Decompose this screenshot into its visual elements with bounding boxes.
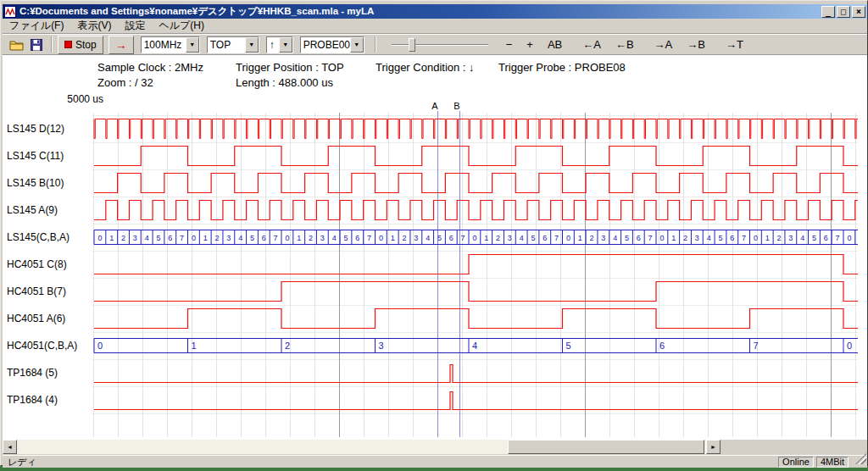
time-scale-label: 5000 us (49, 93, 103, 105)
menu-item-2[interactable]: 表示(V) (70, 18, 118, 34)
trigger-edge-select[interactable]: ↑ ▼ (266, 36, 293, 53)
goto-b-back-button[interactable]: ←B (609, 36, 640, 54)
stop-label: Stop (75, 39, 97, 51)
scroll-left-button[interactable]: ◄ (3, 440, 17, 454)
menu-item-4[interactable]: ヘルプ(H) (152, 18, 211, 34)
zoom-info: Zoom : / 32 (97, 76, 153, 89)
window-title: C:¥Documents and Settings¥noname¥デスクトップ¥… (19, 5, 820, 18)
sample-clock-info: Sample Clock : 2MHz (97, 61, 203, 74)
chevron-down-icon[interactable]: ▼ (245, 37, 259, 53)
scroll-right-button[interactable]: ► (706, 440, 721, 454)
length-info: Length : 488.000 us (236, 76, 333, 89)
trigger-position-select[interactable]: TOP ▼ (207, 36, 259, 53)
memory-status-badge: 4MBit (816, 457, 849, 468)
trigger-probe-info: Trigger Probe : PROBE08 (498, 61, 626, 74)
chevron-down-icon[interactable]: ▼ (350, 37, 364, 53)
waveform-client-area (3, 55, 867, 440)
status-bar: レディ Online 4MBit (3, 455, 867, 468)
trigger-probe-select[interactable]: PROBE00 ▼ (300, 36, 364, 53)
toolbar-separator (51, 36, 53, 53)
toolbar: Stop → 100MHz ▼ TOP ▼ ↑ ▼ PROBE00 ▼ − + … (3, 34, 867, 55)
sample-clock-value: 100MHz (142, 39, 186, 51)
run-arrow-icon: → (115, 39, 127, 51)
save-button[interactable] (26, 36, 46, 54)
scrollbar-thumb[interactable] (508, 440, 704, 454)
trigger-probe-value: PROBE00 (301, 39, 350, 51)
menu-item-3[interactable]: 設定 (118, 18, 152, 34)
run-button[interactable]: → (108, 36, 134, 54)
menu-bar: ファイル(F)表示(V)設定ヘルプ(H) (3, 19, 867, 34)
maximize-button[interactable]: □ (837, 6, 850, 18)
chevron-down-icon[interactable]: ▼ (186, 37, 199, 53)
trigger-position-value: TOP (208, 39, 245, 51)
menu-item-1[interactable]: ファイル(F) (3, 18, 70, 34)
slider-thumb[interactable] (409, 38, 415, 52)
zoom-out-button[interactable]: − (500, 36, 519, 54)
ab-cursor-button[interactable]: AB (542, 36, 568, 54)
status-text: レディ (8, 456, 36, 468)
horizontal-scrollbar[interactable]: ◄ ► (3, 440, 721, 454)
zoom-in-button[interactable]: + (520, 36, 539, 54)
trigger-edge-value: ↑ (267, 39, 279, 51)
chevron-down-icon[interactable]: ▼ (279, 37, 292, 53)
zoom-slider[interactable] (390, 36, 490, 53)
open-folder-icon (9, 39, 24, 51)
save-floppy-icon (31, 39, 42, 51)
goto-a-forward-button[interactable]: →A (648, 36, 679, 54)
slider-track (392, 44, 488, 46)
trigger-condition-info: Trigger Condition : ↓ (376, 61, 475, 74)
stop-button[interactable]: Stop (58, 36, 103, 54)
minimize-button[interactable]: _ (821, 6, 835, 18)
trigger-position-info: Trigger Position : TOP (236, 61, 344, 74)
close-button[interactable]: × (852, 6, 865, 18)
online-status-badge: Online (778, 457, 814, 468)
open-button[interactable] (7, 36, 26, 54)
goto-trigger-button[interactable]: →T (720, 36, 749, 54)
app-icon (4, 6, 16, 18)
goto-a-back-button[interactable]: ←A (576, 36, 607, 54)
title-bar: C:¥Documents and Settings¥noname¥デスクトップ¥… (3, 4, 867, 19)
goto-b-forward-button[interactable]: →B (681, 36, 711, 54)
toolbar-separator (375, 36, 376, 53)
sample-clock-select[interactable]: 100MHz ▼ (141, 36, 200, 53)
stop-icon (64, 41, 72, 48)
